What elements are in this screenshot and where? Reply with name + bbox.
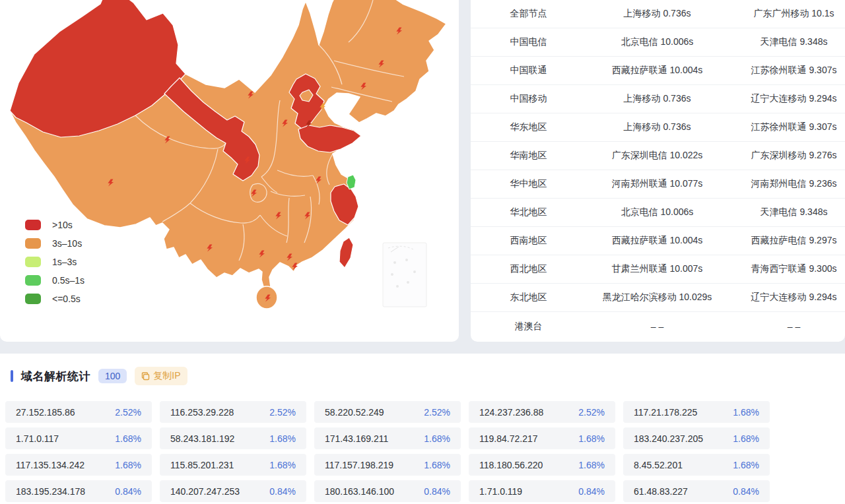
ip-percentage[interactable]: 0.84% [115,486,141,497]
node-col-2: 江苏徐州联通 9.307s [728,121,845,133]
ip-cell: 58.243.181.1921.68% [160,427,306,449]
ip-percentage[interactable]: 0.84% [269,486,296,497]
ip-percentage[interactable]: 2.52% [269,407,296,418]
ip-address: 116.253.29.228 [170,407,234,418]
dns-stats-section: 域名解析统计 100 复制IP 27.152.185.862.52%116.25… [0,354,845,504]
node-table-row: 全部节点上海移动 0.736s广东广州移动 10.1s [471,0,845,28]
ip-address: 117.157.198.219 [325,460,393,470]
ip-percentage[interactable]: 2.52% [424,407,450,418]
ip-percentage[interactable]: 1.68% [424,460,450,470]
ip-cell: 183.195.234.1780.84% [5,480,152,502]
node-col-1: 西藏拉萨联通 10.004s [586,235,728,247]
ip-percentage[interactable]: 0.84% [733,486,759,497]
legend-item: <=0.5s [25,290,84,308]
node-group-label: 全部节点 [471,8,586,20]
ip-percentage[interactable]: 1.68% [115,460,141,470]
ip-percentage[interactable]: 0.84% [424,486,450,497]
node-col-1: 广东深圳电信 10.022s [586,150,728,162]
node-col-1: 上海移动 0.736s [586,121,728,133]
node-col-1: – – [586,321,728,332]
node-col-2: 西藏拉萨电信 9.297s [728,235,845,247]
node-group-label: 华东地区 [471,121,586,133]
node-col-2: 天津电信 9.348s [728,206,845,218]
ip-percentage[interactable]: 1.68% [269,433,296,444]
ip-percentage[interactable]: 2.52% [578,407,605,418]
node-col-2: 江苏徐州联通 9.307s [728,65,845,77]
copy-icon [141,372,150,381]
node-group-label: 中国联通 [471,65,586,77]
legend-swatch [25,275,41,286]
node-table: 全部节点上海移动 0.736s广东广州移动 10.1s中国电信北京电信 10.0… [471,0,845,340]
node-col-2: 天津电信 9.348s [728,36,845,48]
ip-cell: 180.163.146.1000.84% [314,480,461,502]
ip-cell: 117.21.178.2251.68% [623,401,770,423]
node-table-row: 中国电信北京电信 10.006s天津电信 9.348s [471,28,845,57]
ip-address: 27.152.185.86 [16,407,75,418]
legend-swatch [25,238,41,249]
map-panel: >10s3s–10s1s–3s0.5s–1s<=0.5s [0,0,459,342]
ip-address: 183.240.237.205 [634,433,703,444]
ip-cell: 140.207.247.2530.84% [160,480,306,502]
ip-address: 119.84.72.217 [479,433,538,444]
ip-percentage[interactable]: 2.52% [115,407,141,418]
node-group-label: 西北地区 [471,263,586,275]
ip-percentage[interactable]: 0.84% [578,486,605,497]
ip-percentage[interactable]: 1.68% [578,433,605,444]
node-group-label: 华南地区 [471,150,586,162]
ip-cell: 1.71.0.1171.68% [5,427,152,449]
ip-address: 58.243.181.192 [170,433,234,444]
map-legend: >10s3s–10s1s–3s0.5s–1s<=0.5s [25,216,84,308]
ip-address: 171.43.169.211 [325,433,388,444]
legend-swatch [25,257,41,267]
node-group-label: 华北地区 [471,206,586,218]
ip-cell: 119.84.72.2171.68% [469,427,615,449]
node-col-2: 河南郑州电信 9.236s [728,178,845,190]
ip-cell: 124.237.236.882.52% [469,401,615,423]
node-col-1: 北京电信 10.006s [586,36,728,48]
ip-address: 117.135.134.242 [16,460,84,470]
ip-address: 180.163.146.100 [325,486,394,497]
copy-ip-button[interactable]: 复制IP [135,367,187,385]
legend-item: 3s–10s [25,234,84,253]
ip-percentage[interactable]: 1.68% [269,460,296,470]
ip-percentage[interactable]: 1.68% [115,433,141,444]
ip-percentage[interactable]: 1.68% [733,460,759,470]
node-group-label: 中国移动 [471,93,586,105]
node-table-row: 中国移动上海移动 0.736s辽宁大连移动 9.294s [471,85,845,113]
node-table-row: 东北地区黑龙江哈尔滨移动 10.029s辽宁大连移动 9.294s [471,284,845,312]
legend-swatch [25,294,41,304]
ip-address: 1.71.0.117 [16,433,59,444]
node-table-row: 华东地区上海移动 0.736s江苏徐州联通 9.307s [471,113,845,142]
ip-percentage[interactable]: 1.68% [578,460,605,470]
map-region-taiwan[interactable] [339,237,353,268]
copy-ip-label: 复制IP [153,370,180,382]
ip-percentage[interactable]: 1.68% [733,433,759,444]
ip-cell: 8.45.52.2011.68% [623,454,770,476]
node-col-2: 辽宁大连移动 9.294s [728,93,845,105]
node-group-label: 港澳台 [471,321,586,332]
ip-address: 1.71.0.119 [479,486,522,497]
ip-cell: 117.135.134.2421.68% [5,454,152,476]
ip-cell: 27.152.185.862.52% [5,401,152,423]
ip-percentage[interactable]: 1.68% [733,407,759,418]
south-china-sea-inset [383,243,426,307]
legend-item: 1s–3s [25,253,84,271]
ip-address: 115.85.201.231 [170,460,234,470]
node-table-panel: 全部节点上海移动 0.736s广东广州移动 10.1s中国电信北京电信 10.0… [471,0,845,342]
node-group-label: 西南地区 [471,235,586,247]
ip-cell: 118.180.56.2201.68% [469,454,615,476]
node-col-2: 广东广州移动 10.1s [728,8,845,20]
ip-cell: 183.240.237.2051.68% [623,427,770,449]
node-table-row: 华北地区北京电信 10.006s天津电信 9.348s [471,199,845,227]
legend-label: 3s–10s [52,238,82,249]
ip-percentage[interactable]: 1.68% [424,433,450,444]
node-col-1: 上海移动 0.736s [586,93,728,105]
ip-cell: 1.71.0.1190.84% [469,480,615,502]
section-title: 域名解析统计 [21,369,90,384]
ip-cell: 115.85.201.2311.68% [160,454,306,476]
node-col-2: – – [728,321,845,332]
legend-label: >10s [52,220,73,230]
dns-stats-header: 域名解析统计 100 复制IP [0,354,845,385]
ip-address: 8.45.52.201 [634,460,683,470]
node-col-1: 西藏拉萨联通 10.004s [586,65,728,77]
